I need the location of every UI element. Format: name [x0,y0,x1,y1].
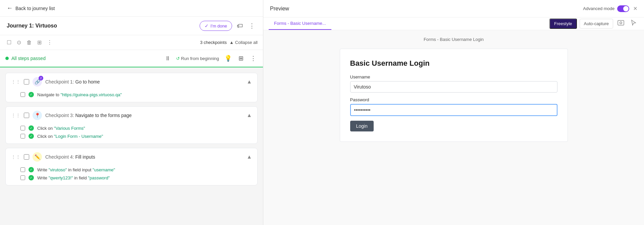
svg-point-1 [620,22,622,24]
cp-name-1: Go to home [75,79,100,85]
checkpoint-3-header: ⋮⋮ 📍 Checkpoint 3: Navigate to the forms… [6,107,257,124]
step-3a-status-icon: ✓ [29,125,34,131]
checkpoint-4-icon: ✏️ [33,152,42,162]
checkpoint-3-collapse-button[interactable]: ▲ [247,112,252,118]
form-heading: Basic Username Login [350,59,557,68]
checkpoint-4-header: ⋮⋮ ✏️ Checkpoint 4: Fill inputs ▲ [6,148,257,166]
checkpoint-3-title: Checkpoint 3: Navigate to the forms page [45,113,243,118]
journey-actions: ✓ I'm done 🏷 ⋮ [200,21,256,31]
tab-forms-basic[interactable]: Forms - Basic Username... [269,17,331,30]
preview-header: Preview Advanced mode × [263,0,644,17]
cursor-icon[interactable] [629,18,639,30]
merge-icon[interactable]: ⊞ [36,38,43,47]
preview-content: Forms - Basic Username Login Basic Usern… [263,30,644,225]
checkpoint-1-checkbox[interactable] [24,79,29,85]
step-3b-text: Click on "Login Form - Username" [37,134,103,139]
right-panel: Preview Advanced mode × Forms - Basic Us… [263,0,644,225]
check-circle-icon: ✓ [205,23,209,29]
cp-num-3: Checkpoint 3: [45,113,75,118]
back-arrow-icon[interactable]: ← [7,5,13,12]
screenshot-icon[interactable] [616,18,626,30]
checkpoint-card-1: ⋮⋮ 🔗 2 Checkpoint 1: Go to home ▲ ✓ Na [5,73,258,102]
advanced-mode-control: Advanced mode [583,5,629,12]
more-options-button[interactable]: ⋮ [248,21,256,31]
status-right: ⏸ ↺ Run from beginning 💡 ⊞ ⋮ [163,53,258,63]
preview-header-right: Advanced mode × [583,5,637,12]
checkpoint-card-4: ⋮⋮ ✏️ Checkpoint 4: Fill inputs ▲ ✓ Writ… [5,148,258,185]
autocapture-button[interactable]: Auto-capture [580,19,613,29]
username-input[interactable] [350,81,557,93]
tabs-left: Forms - Basic Username... [269,17,331,30]
step-row-3a: ✓ Click on "Various Forms" [20,125,252,131]
checkpoints-count: 3 checkpoints [200,40,227,45]
step-row: ✓ Navigate to "https://guinea-pigs.virtu… [20,92,252,97]
step-4a-text: Write "virutoso" in field input "usernam… [37,167,115,172]
cp-name-4: Fill inputs [75,154,95,160]
step-4a-status-icon: ✓ [29,167,34,172]
drag-handle-icon[interactable]: ⋮⋮ [11,79,20,85]
layout-icon[interactable]: ⊞ [237,53,245,63]
status-text: All steps passed [11,56,46,61]
step-3a-text: Click on "Various Forms" [37,126,85,131]
run-from-beginning-button[interactable]: ↺ Run from beginning [176,56,219,61]
delete-icon[interactable]: 🗑 [25,38,33,47]
preview-form-container: Basic Username Login Username Password L… [340,49,568,142]
journey-title: Journey 1: Virtuoso [7,23,57,29]
step-1-checkbox[interactable] [20,92,25,97]
advanced-mode-label: Advanced mode [583,6,614,11]
toolbar-right: 3 checkpoints ▲ Collapse all [200,40,258,45]
checkpoint-3-steps: ✓ Click on "Various Forms" ✓ Click on "L… [6,124,257,144]
hint-icon[interactable]: 💡 [223,53,233,63]
toolbar: ☐ ⊙ 🗑 ⊞ ⋮ 3 checkpoints ▲ Collapse all [0,35,263,50]
bookmark-button[interactable]: 🏷 [235,21,244,31]
step-3a-checkbox[interactable] [20,126,25,130]
step-4a-checkbox[interactable] [20,167,25,172]
status-bar: All steps passed ⏸ ↺ Run from beginning … [0,50,263,67]
close-preview-button[interactable]: × [633,5,637,12]
top-bar: ← Back to journey list [0,0,263,17]
checkpoint-1-badge: 2 [39,76,43,80]
freestyle-button[interactable]: Freestyle [549,18,577,29]
done-button[interactable]: ✓ I'm done [200,21,232,31]
pause-button[interactable]: ⏸ [163,54,172,63]
more-status-icon[interactable]: ⋮ [249,53,258,63]
drag-handle-4-icon[interactable]: ⋮⋮ [11,154,20,160]
checkpoint-4-checkbox[interactable] [24,154,29,160]
step-4b-checkbox[interactable] [20,175,25,180]
checkpoint-4-collapse-button[interactable]: ▲ [247,154,252,160]
checkpoint-3-icon: 📍 [33,111,42,120]
chevron-up-icon: ▲ [229,40,234,45]
checkpoint-1-title: Checkpoint 1: Go to home [45,79,243,85]
journey-name: Virtuoso [35,23,57,29]
checkbox-toolbar-icon[interactable]: ☐ [5,38,13,47]
drag-handle-3-icon[interactable]: ⋮⋮ [11,113,20,118]
checkpoint-4-steps: ✓ Write "virutoso" in field input "usern… [6,166,257,185]
checkpoint-4-title: Checkpoint 4: Fill inputs [45,154,243,160]
cp-name-3: Navigate to the forms page [75,113,132,118]
advanced-mode-toggle[interactable] [617,5,629,12]
more-toolbar-icon[interactable]: ⋮ [46,38,54,47]
step-3b-status-icon: ✓ [29,133,34,139]
password-label: Password [350,97,557,102]
toolbar-left: ☐ ⊙ 🗑 ⊞ ⋮ [5,38,54,47]
checkpoint-1-collapse-button[interactable]: ▲ [247,79,252,85]
checkpoints-area: ⋮⋮ 🔗 2 Checkpoint 1: Go to home ▲ ✓ Na [0,67,263,225]
step-1-status-icon: ✓ [29,92,34,97]
step-4b-text: Write "qwerty123!" in field "password" [37,175,110,180]
login-button[interactable]: Login [350,121,374,131]
cp-icon-wrap-3: 📍 [33,111,42,120]
checkpoint-3-checkbox[interactable] [24,113,29,118]
password-input[interactable] [350,104,557,116]
collapse-all-button[interactable]: ▲ Collapse all [229,40,258,45]
preview-title: Preview [270,6,289,12]
back-to-journey-link[interactable]: Back to journey list [15,6,55,11]
copy-icon[interactable]: ⊙ [15,38,22,47]
green-status-dot [5,57,9,60]
checkpoint-1-header: ⋮⋮ 🔗 2 Checkpoint 1: Go to home ▲ [6,73,257,91]
step-row-4a: ✓ Write "virutoso" in field input "usern… [20,167,252,172]
preview-tabs: Forms - Basic Username... Freestyle Auto… [263,17,644,30]
cp-num-1: Checkpoint 1: [45,79,75,85]
step-3b-checkbox[interactable] [20,134,25,138]
cp-icon-wrap: 🔗 2 [33,77,42,87]
cp-icon-wrap-4: ✏️ [33,152,42,162]
